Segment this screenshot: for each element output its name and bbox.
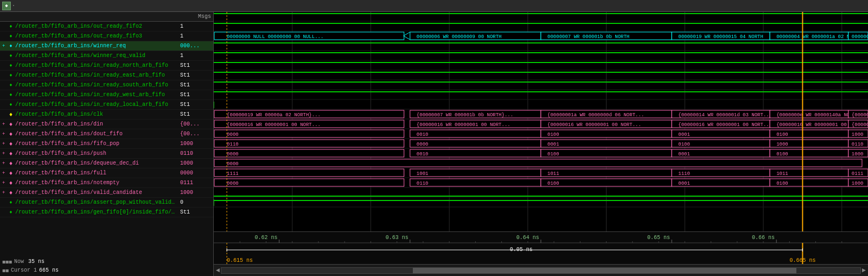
- scroll-thumb: [413, 268, 796, 273]
- signal-row[interactable]: + ♦ /router_tb/fifo_arb_ins/din {00...: [0, 120, 213, 129]
- signal-value: 0: [178, 199, 200, 205]
- svg-text:1000: 1000: [852, 132, 864, 137]
- expand-icon: +: [2, 190, 7, 196]
- signal-row[interactable]: + ♦ /router_tb/fifo_arb_ins/notempty 011…: [0, 178, 213, 188]
- wave-icon: ♦: [8, 180, 14, 186]
- top-bar: ◆ ·: [0, 0, 868, 12]
- svg-text:{00000016 WR 00000001 00 NORT.: {00000016 WR 00000001 00 NORT...: [417, 122, 510, 128]
- signal-row[interactable]: + ♦ /router_tb/fifo_arb_ins/valid_candid…: [0, 188, 213, 198]
- signal-value: St1: [178, 92, 200, 98]
- signal-name: /router_tb/fifo_arb_ins/in_ready_north_a…: [15, 62, 178, 68]
- signal-value: St1: [178, 82, 200, 88]
- signal-name: /router_tb/fifo_arb_ins/assert_pop_witho…: [15, 199, 178, 205]
- signal-value: 1000: [178, 160, 200, 166]
- wave-icon: ♦: [8, 33, 14, 40]
- expand-icon: +: [2, 43, 7, 49]
- signal-name: /router_tb/fifo_arb_ins/out_ready_fifo3: [15, 33, 178, 39]
- signal-row[interactable]: ♦ /router_tb/fifo_arb_ins/in_ready_local…: [0, 100, 213, 110]
- signal-value: 1: [178, 33, 200, 39]
- signal-row[interactable]: + ♦ /router_tb/fifo_arb_ins/fifo_pop 100…: [0, 139, 213, 149]
- left-panel: Msgs ♦ /router_tb/fifo_arb_ins/out_ready…: [0, 12, 214, 264]
- svg-rect-115: [214, 169, 404, 177]
- svg-rect-77: [214, 130, 404, 137]
- signal-name: /router_tb/fifo_arb_ins/in_ready_east_ar…: [15, 72, 178, 78]
- signal-row[interactable]: + ♦ /router_tb/fifo_arb_ins/dequeue_dec_…: [0, 159, 213, 168]
- right-panel: 00000000 NULL 00000000 00 NULL... 000000…: [214, 12, 868, 264]
- signal-name: /router_tb/fifo_arb_ins/dequeue_dec_di: [15, 160, 178, 166]
- signal-name: /router_tb/fifo_arb_ins/in_ready_south_a…: [15, 82, 178, 88]
- signal-value: {00...: [178, 121, 200, 127]
- signal-name: /router_tb/fifo_arb_ins/clk: [15, 111, 178, 117]
- signal-value: St1: [178, 72, 200, 78]
- expand-icon: +: [2, 171, 7, 176]
- svg-text:0.62 ns: 0.62 ns: [254, 235, 277, 241]
- wave-icon: ♦: [8, 190, 14, 196]
- signal-row[interactable]: + ♦ /router_tb/fifo_arb_ins/push 0110: [0, 149, 213, 159]
- svg-text:0001: 0001: [547, 142, 559, 147]
- signal-name: /router_tb/fifo_arb_ins/push: [15, 150, 178, 156]
- signal-row[interactable]: + ♦ /router_tb/fifo_arb_ins/dout_fifo {0…: [0, 129, 213, 139]
- signal-row[interactable]: + ♦ /router_tb/fifo_arb_ins/winner_req 0…: [0, 41, 213, 51]
- signal-row[interactable]: ♦ /router_tb/fifo_arb_ins/gen_fifo[0]/in…: [0, 208, 213, 217]
- timeline-area: 0.62 ns 0.63 ns 0.64 ns 0.65 ns 0.66 ns …: [214, 231, 868, 264]
- signal-value: St1: [178, 102, 200, 108]
- cursor1-label: Cursor 1: [11, 267, 37, 273]
- wave-icon: ♦: [8, 53, 14, 59]
- signal-name: /router_tb/fifo_arb_ins/notempty: [15, 180, 178, 186]
- scroll-right-button[interactable]: ►: [862, 267, 866, 274]
- svg-rect-93: [541, 140, 672, 147]
- signal-name: /router_tb/fifo_arb_ins/out_ready_fifo2: [15, 23, 178, 29]
- signal-row[interactable]: ♦ /router_tb/fifo_arb_ins/in_ready_west_…: [0, 90, 213, 100]
- svg-text:0100: 0100: [776, 132, 788, 137]
- wave-icon: ♦: [8, 82, 14, 89]
- signal-row[interactable]: ♦ /router_tb/fifo_arb_ins/out_ready_fifo…: [0, 22, 213, 32]
- svg-text:0001: 0001: [678, 152, 690, 157]
- expand-icon: +: [2, 161, 7, 166]
- svg-text:00000019 WR 00000015 04 NORTH: 00000019 WR 00000015 04 NORTH: [678, 34, 763, 40]
- signal-value: 1: [178, 53, 200, 59]
- signal-row[interactable]: ♦ /router_tb/fifo_arb_ins/in_ready_east_…: [0, 71, 213, 80]
- cursor1-icons: ◼◼: [2, 267, 9, 274]
- app-name: ·: [12, 3, 15, 9]
- signal-value: St1: [178, 111, 200, 117]
- signal-row[interactable]: ♦ /router_tb/fifo_arb_ins/clk St1: [0, 110, 213, 120]
- svg-text:0100: 0100: [547, 152, 559, 157]
- svg-text:0.64 ns: 0.64 ns: [516, 235, 539, 241]
- svg-rect-119: [541, 169, 672, 177]
- signal-row[interactable]: + ♦ /router_tb/fifo_arb_ins/full 0000: [0, 168, 213, 178]
- svg-text:00000000 NULL 00000000 00 NULL: 00000000 NULL 00000000 00 NULL...: [227, 34, 323, 40]
- svg-text:0111: 0111: [852, 171, 864, 177]
- signal-list[interactable]: ♦ /router_tb/fifo_arb_ins/out_ready_fifo…: [0, 22, 213, 264]
- svg-rect-129: [410, 179, 541, 186]
- signal-row[interactable]: ♦ /router_tb/fifo_arb_ins/winner_req_val…: [0, 51, 213, 61]
- signal-name: /router_tb/fifo_arb_ins/dout_fifo: [15, 131, 178, 137]
- signal-name: /router_tb/fifo_arb_ins/gen_fifo[0]/insi…: [15, 209, 178, 215]
- svg-text:0.665 ns: 0.665 ns: [789, 258, 815, 264]
- signal-row[interactable]: ♦ /router_tb/fifo_arb_ins/out_ready_fifo…: [0, 32, 213, 41]
- svg-text:1011: 1011: [776, 171, 788, 177]
- svg-text:{00000019 WR 00000a 02 NORTH}.: {00000019 WR 00000a 02 NORTH}...: [227, 112, 321, 118]
- svg-text:0100: 0100: [776, 181, 788, 186]
- wave-icon: ♦: [8, 209, 14, 216]
- scroll-left-button[interactable]: ◄: [216, 267, 220, 274]
- horizontal-scrollbar[interactable]: [221, 267, 861, 274]
- svg-text:1000: 1000: [852, 152, 864, 157]
- svg-text:0100: 0100: [547, 132, 559, 137]
- signal-value: St1: [178, 62, 200, 68]
- cursor1-value: 665 ns: [39, 267, 59, 273]
- signal-name: /router_tb/fifo_arb_ins/din: [15, 121, 178, 127]
- svg-rect-89: [214, 140, 404, 147]
- signal-name: /router_tb/fifo_arb_ins/valid_candidate: [15, 190, 178, 196]
- wave-icon: ♦: [8, 150, 14, 157]
- signal-row[interactable]: ♦ /router_tb/fifo_arb_ins/in_ready_south…: [0, 80, 213, 90]
- signal-row[interactable]: ♦ /router_tb/fifo_arb_ins/assert_pop_wit…: [0, 198, 213, 208]
- svg-text:0.65 ns: 0.65 ns: [647, 235, 670, 241]
- svg-rect-103: [410, 149, 541, 157]
- signal-row[interactable]: ♦ /router_tb/fifo_arb_ins/in_ready_north…: [0, 61, 213, 71]
- bottom-bar: ◼◼◼ Now 35 ns ◼◼ Cursor 1 665 ns ◼◼ Curs…: [0, 264, 868, 276]
- wave-icon: ♦: [8, 62, 14, 69]
- svg-text:0.63 ns: 0.63 ns: [386, 235, 409, 241]
- waveform-svg: 00000000 NULL 00000000 00 NULL... 000000…: [214, 12, 868, 231]
- svg-text:0000: 0000: [227, 152, 239, 157]
- signal-value: 1000: [178, 190, 200, 196]
